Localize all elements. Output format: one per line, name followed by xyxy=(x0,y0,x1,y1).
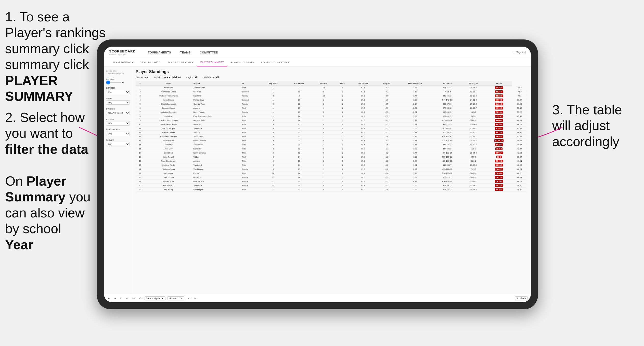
nav-committee[interactable]: COMMITTEE xyxy=(195,47,223,58)
toolbar-back[interactable]: ◁ xyxy=(119,297,123,300)
sidebar-update-section: Update time:27/03/2024 16:56:26 xyxy=(106,70,130,75)
table-cell: Third xyxy=(241,135,261,139)
table-cell: 1 xyxy=(313,155,335,159)
instruction-on-year: Year xyxy=(5,237,33,252)
table-cell: 258-86-13 xyxy=(433,94,461,98)
sidebar-region-select[interactable]: N/A All xyxy=(106,121,130,126)
table-cell: 1 xyxy=(261,114,286,118)
table-cell: 42.35 xyxy=(512,151,527,155)
toolbar-undo[interactable]: ↩ xyxy=(107,297,111,300)
table-cell: 22-26-7 xyxy=(461,139,486,143)
toolbar-clock[interactable]: ⏱ xyxy=(138,297,143,300)
toolbar-paste[interactable]: ⌂+ xyxy=(131,297,136,300)
table-cell: 1 xyxy=(335,151,350,155)
table-cell: 0.87 xyxy=(397,167,433,171)
sub-nav-player-summary[interactable]: PLAYER SUMMARY xyxy=(197,58,227,66)
app-header: SCOREBOARD Powered by dippo TOURNAMENTS … xyxy=(104,47,531,58)
table-cell: 12-16-3 xyxy=(486,114,512,118)
table-cell: 1 xyxy=(261,179,286,184)
instruction-2-text: 2. Select how you want to xyxy=(5,110,85,141)
table-row: 24Bastien AmatNew MexicoFourth1272169.4-… xyxy=(136,179,527,184)
table-row: 26Petr HrubyWashingtonFifth7250168.6-1.8… xyxy=(136,188,527,192)
table-cell: 7 xyxy=(136,110,145,114)
table-cell: Third xyxy=(241,171,261,175)
sidebar-division-select[interactable]: NCAA Division I NCAA Division II NCAA Di… xyxy=(106,111,130,115)
sidebar-gender-select[interactable]: Men Women xyxy=(106,90,130,94)
points-value: 44-64-6 xyxy=(495,119,503,122)
table-cell: -0.2 xyxy=(377,151,397,155)
sub-nav-team-summary[interactable]: TEAM SUMMARY xyxy=(109,58,137,66)
table-cell: 50-19-9 xyxy=(486,106,512,110)
table-cell: 25-42-9 xyxy=(486,167,512,171)
table-cell: 24-45-1 xyxy=(486,159,512,163)
sidebar-year-select[interactable]: (All) First Second Third Fourth Fifth xyxy=(106,100,130,105)
toolbar-copy[interactable]: ⊞ xyxy=(125,297,129,300)
table-cell: 20-29-1 xyxy=(461,135,486,139)
table-cell: 55.56 xyxy=(512,110,527,114)
table-row: 8Mats EgeEast Tennessee StateFifth124216… xyxy=(136,114,527,118)
table-cell: North Florida xyxy=(193,110,241,114)
table-cell: 25 xyxy=(136,184,145,188)
table-cell: 10 xyxy=(261,171,286,175)
table-cell: 1 xyxy=(261,106,286,110)
table-cell: 24 xyxy=(136,179,145,184)
table-cell: 0.74 xyxy=(397,179,433,184)
table-cell: 25-22-1 xyxy=(461,127,486,131)
table-cell: -0.8 xyxy=(377,171,397,175)
table-cell: 0 xyxy=(313,127,335,131)
table-cell: Fifth xyxy=(241,122,261,127)
table-cell: 0 xyxy=(313,139,335,143)
table-cell: Auburn xyxy=(193,131,241,135)
sidebar-player-select[interactable]: (All) xyxy=(106,142,130,146)
table-cell: 68.3 xyxy=(350,147,377,151)
sub-nav-player-h2h-heatmap[interactable]: PLAYER H2H HEATMAP xyxy=(257,58,293,66)
table-cell: 1 xyxy=(335,139,350,143)
table-cell: -1.1 xyxy=(377,131,397,135)
table-cell: -2.5 xyxy=(377,102,397,106)
col-rank: # xyxy=(136,81,145,86)
no-rids-slider[interactable] xyxy=(106,82,121,83)
table-cell: 28-15-0 xyxy=(461,86,486,90)
data-area: Player Standings Gender: Men Division: N… xyxy=(132,66,531,294)
table-cell: 23 xyxy=(286,159,313,163)
sign-out-link[interactable]: Sign out xyxy=(516,51,526,54)
toolbar-share-btn[interactable]: ⬆ Share xyxy=(515,296,528,300)
table-cell: 51-51-10 xyxy=(486,139,512,143)
table-cell: 1 xyxy=(335,155,350,159)
table-cell: 4 xyxy=(136,98,145,102)
toolbar-watch-btn[interactable]: 👁 Watch ▼ xyxy=(168,296,184,300)
table-cell: 2.72 xyxy=(397,106,433,110)
table-cell: -1.2 xyxy=(377,184,397,188)
instruction-on-bold: Player Summary xyxy=(5,174,66,204)
table-cell: 21 xyxy=(136,167,145,171)
toolbar-view-btn[interactable]: View: Original ▼ xyxy=(145,296,165,300)
sub-nav-team-h2h-heatmap[interactable]: TEAM H2H HEATMAP xyxy=(164,58,197,66)
nav-tournaments[interactable]: TOURNAMENTS xyxy=(143,47,176,58)
table-cell: 1.61 xyxy=(397,163,433,167)
table-cell: 2 xyxy=(313,98,335,102)
sidebar-conference-label: Conference xyxy=(106,129,130,131)
sidebar-year-section: Year (All) First Second Third Fourth Fif… xyxy=(106,97,130,105)
table-cell: 412-221-24 xyxy=(433,118,461,122)
table-cell: Phichaksn Maichon xyxy=(145,135,193,139)
col-avg-sg: Avg SG xyxy=(377,81,397,86)
section-title: Player Standings xyxy=(136,70,527,74)
sidebar-conference-select[interactable]: (All) xyxy=(106,132,130,136)
table-cell: Georgia Tech xyxy=(193,102,241,106)
sub-nav-team-h2h-grid[interactable]: TEAM H2H GRID xyxy=(137,58,164,66)
toolbar-settings[interactable]: ⚙ xyxy=(187,297,191,300)
table-cell: 27 xyxy=(286,179,313,184)
table-row: 22Ian GilliganFloridaThird10241168.7-0.8… xyxy=(136,171,527,175)
nav-teams[interactable]: TEAMS xyxy=(176,47,195,58)
table-cell: 1 xyxy=(335,143,350,147)
toolbar-redo[interactable]: ↪ xyxy=(113,297,117,300)
table-cell: 3.10 xyxy=(397,90,433,94)
sub-nav-player-h2h-grid[interactable]: PLAYER H2H GRID xyxy=(227,58,257,66)
table-cell: 1 xyxy=(313,106,335,110)
sidebar: Update time:27/03/2024 16:56:26 No Rds. … xyxy=(104,66,132,294)
points-value: 29-38-2 xyxy=(495,172,503,175)
toolbar-share-label: Share xyxy=(520,297,526,300)
table-cell: 15 xyxy=(313,86,335,90)
toolbar-grid[interactable]: ⊞ xyxy=(193,297,197,300)
table-cell: 2.01 xyxy=(397,110,433,114)
